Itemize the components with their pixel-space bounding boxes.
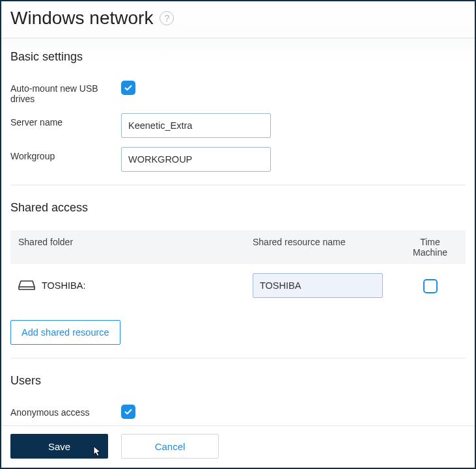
field-automount: Auto-mount new USB drives — [10, 79, 466, 104]
table-row: TOSHIBA: — [10, 264, 466, 310]
footer: Save Cancel — [1, 425, 475, 468]
automount-label: Auto-mount new USB drives — [10, 79, 121, 104]
field-anonymous: Anonymous access — [10, 403, 466, 419]
save-button-label: Save — [48, 441, 70, 452]
check-icon — [124, 407, 133, 416]
server-name-label: Server name — [10, 113, 121, 127]
folder-name: TOSHIBA: — [42, 280, 85, 291]
anonymous-checkbox[interactable] — [121, 405, 135, 419]
settings-dialog: Windows network ? Basic settings Auto-mo… — [0, 0, 476, 469]
titlebar: Windows network ? — [1, 1, 475, 38]
automount-checkbox[interactable] — [121, 81, 135, 95]
help-icon[interactable]: ? — [160, 11, 174, 25]
table-header: Shared folder Shared resource name Time … — [10, 230, 466, 264]
field-server-name: Server name — [10, 113, 466, 138]
col-header-folder: Shared folder — [18, 237, 253, 258]
section-title-basic: Basic settings — [10, 50, 466, 64]
col-header-tm: Time Machine — [402, 237, 458, 258]
save-button[interactable]: Save — [10, 434, 108, 459]
tm-cell — [402, 278, 458, 293]
server-name-input[interactable] — [121, 113, 271, 138]
col-header-resource: Shared resource name — [253, 237, 402, 258]
workgroup-input[interactable] — [121, 147, 271, 172]
divider — [10, 185, 466, 185]
section-title-users: Users — [10, 374, 466, 388]
add-shared-resource-button[interactable]: Add shared resource — [10, 320, 120, 345]
time-machine-checkbox[interactable] — [423, 279, 438, 293]
shared-table: Shared folder Shared resource name Time … — [10, 230, 466, 310]
anonymous-label: Anonymous access — [10, 403, 121, 418]
resource-name-input[interactable] — [253, 273, 383, 298]
workgroup-label: Workgroup — [10, 147, 121, 161]
divider — [10, 358, 466, 358]
drive-icon — [18, 279, 35, 293]
cancel-button[interactable]: Cancel — [121, 434, 219, 459]
check-icon — [124, 83, 133, 92]
section-title-shared: Shared access — [10, 201, 466, 215]
content-area: Basic settings Auto-mount new USB drives… — [1, 38, 475, 425]
resource-cell — [253, 273, 402, 298]
folder-cell[interactable]: TOSHIBA: — [18, 279, 253, 293]
page-title: Windows network — [10, 8, 153, 29]
field-workgroup: Workgroup — [10, 147, 466, 172]
cursor-icon — [91, 445, 103, 460]
